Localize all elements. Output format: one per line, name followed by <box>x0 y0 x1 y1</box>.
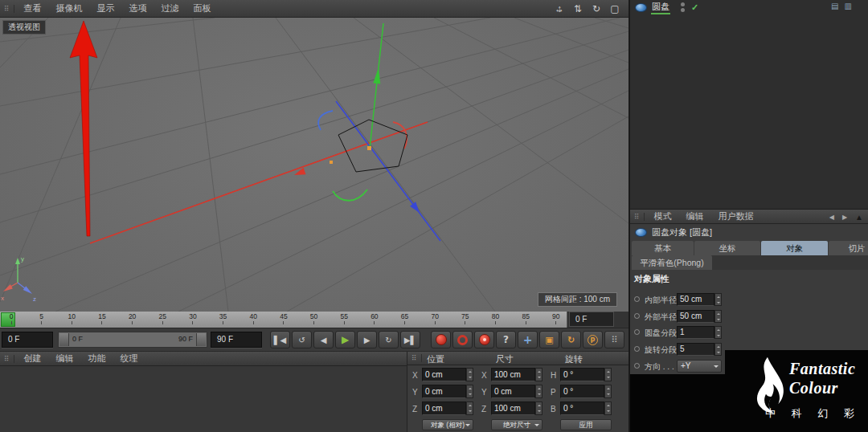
disc-segments-input[interactable]: 1 <box>677 326 722 339</box>
key-pla-toggle[interactable]: ⠿ <box>604 331 624 348</box>
timeline-ruler[interactable]: 0 5 10 15 20 25 30 35 40 45 50 55 60 65 … <box>0 312 567 328</box>
axis-center-handle[interactable] <box>367 146 371 150</box>
menu-filter[interactable]: 过滤 <box>154 2 186 14</box>
object-manager[interactable]: 圆盘 ✓ ▤ ▥ <box>630 0 868 210</box>
timeline-frame-field[interactable]: 0 F <box>569 312 614 327</box>
tab-coordinates[interactable]: 坐标 <box>694 241 760 255</box>
panel-grip-icon[interactable]: ⠿ <box>0 5 14 13</box>
go-to-end-button[interactable]: ▶▌ <box>400 331 420 348</box>
spinner[interactable] <box>604 368 612 381</box>
play-button[interactable]: ▶ <box>335 331 355 348</box>
rotation-p-input[interactable]: 0 ° <box>560 385 612 398</box>
size-mode-dropdown[interactable]: 绝对尺寸 <box>491 419 542 430</box>
tab-slice[interactable]: 切片 <box>829 241 868 255</box>
pan-icon[interactable]: ↔↕ <box>554 0 565 18</box>
film-icon[interactable]: ▥ <box>845 2 852 10</box>
previous-key-button[interactable]: ↺ <box>292 331 312 348</box>
next-key-button[interactable]: ↻ <box>379 331 399 348</box>
key-parameter-toggle[interactable]: P <box>583 331 603 348</box>
rotation-bands[interactable] <box>318 111 407 201</box>
go-to-start-button[interactable]: ▌◀ <box>270 331 290 348</box>
menu-create[interactable]: 创建 <box>17 353 49 365</box>
spinner[interactable] <box>714 310 722 323</box>
keyframe-circle-icon[interactable] <box>634 329 640 335</box>
disc-object-wireframe[interactable] <box>338 120 407 172</box>
viewport-3d[interactable]: y x z 透视视图 网格间距 : 100 cm <box>0 18 628 312</box>
keyframe-circle-icon[interactable] <box>634 313 640 319</box>
menu-edit-am[interactable]: 编辑 <box>679 210 711 222</box>
size-z-input[interactable]: 100 cm <box>491 401 542 415</box>
menu-panel[interactable]: 面板 <box>186 2 219 14</box>
visibility-dots[interactable] <box>681 2 685 12</box>
inner-radius-input[interactable]: 50 cm <box>677 293 722 306</box>
spinner[interactable] <box>466 385 473 398</box>
outer-radius-input[interactable]: 50 cm <box>677 310 722 323</box>
spinner[interactable] <box>466 401 473 415</box>
current-frame-input[interactable]: 0 F <box>2 332 53 348</box>
rotation-segments-input[interactable]: 5 <box>677 343 722 356</box>
keyframe-circle-icon[interactable] <box>634 296 640 302</box>
lock-icon[interactable]: ▲ <box>855 213 863 222</box>
tab-basic[interactable]: 基本 <box>632 241 694 255</box>
menu-edit[interactable]: 编辑 <box>49 353 81 365</box>
help-button[interactable]: ? <box>496 331 516 348</box>
key-scale-toggle[interactable]: ▣ <box>539 331 559 348</box>
size-y-input[interactable]: 0 cm <box>491 385 542 398</box>
position-z-input[interactable]: 0 cm <box>422 401 473 415</box>
panel-grip-icon[interactable]: ⠿ <box>407 354 422 362</box>
spinner[interactable] <box>535 401 542 415</box>
record-keyframe-button[interactable] <box>431 331 451 348</box>
record-settings-button[interactable] <box>474 331 494 348</box>
spinner[interactable] <box>466 368 473 381</box>
rotation-h-input[interactable]: 0 ° <box>560 368 612 381</box>
menu-user-data[interactable]: 用户数据 <box>711 210 761 222</box>
spinner[interactable] <box>714 326 722 339</box>
end-frame-input[interactable]: 90 F <box>211 332 262 348</box>
key-position-toggle[interactable]: + <box>518 331 538 348</box>
menu-mode[interactable]: 模式 <box>647 210 679 222</box>
panel-grip-icon[interactable]: ⠿ <box>0 355 14 363</box>
object-enabled-check[interactable]: ✓ <box>691 2 698 13</box>
menu-function[interactable]: 功能 <box>81 353 113 365</box>
axis-lines[interactable] <box>90 23 440 243</box>
history-forward-icon[interactable]: ▶ <box>842 214 847 221</box>
orientation-dropdown[interactable]: +Y <box>677 360 722 373</box>
key-rotation-toggle[interactable]: ↻ <box>561 331 581 348</box>
spinner[interactable] <box>604 385 612 398</box>
menu-cameras[interactable]: 摄像机 <box>49 2 90 14</box>
position-x-input[interactable]: 0 cm <box>422 368 473 381</box>
frame-range-slider[interactable]: 0 F 90 F <box>58 332 207 348</box>
maximize-icon[interactable]: ▢ <box>609 3 620 14</box>
size-x-input[interactable]: 100 cm <box>491 368 542 381</box>
range-start-handle[interactable] <box>59 333 69 346</box>
keyframe-circle-icon[interactable] <box>634 363 640 369</box>
menu-options[interactable]: 选项 <box>122 2 154 14</box>
layer-icon[interactable]: ▤ <box>831 2 838 10</box>
rotation-b-input[interactable]: 0 ° <box>560 401 612 415</box>
spinner[interactable] <box>604 401 612 415</box>
panel-grip-icon[interactable]: ⠿ <box>630 213 645 221</box>
zoom-icon[interactable]: ⇅ <box>572 3 583 14</box>
menu-texture[interactable]: 纹理 <box>113 353 145 365</box>
menu-view[interactable]: 查看 <box>17 2 49 14</box>
next-frame-button[interactable]: ▶ <box>357 331 377 348</box>
view-label[interactable]: 透视视图 <box>2 20 46 35</box>
spinner[interactable] <box>535 368 542 381</box>
object-row-disc[interactable]: 圆盘 ✓ <box>635 2 698 13</box>
history-back-icon[interactable]: ◀ <box>829 214 834 221</box>
menu-display[interactable]: 显示 <box>90 2 122 14</box>
position-y-input[interactable]: 0 cm <box>422 385 473 398</box>
keyframe-circle-icon[interactable] <box>634 346 640 352</box>
apply-button[interactable]: 应用 <box>560 419 612 430</box>
spinner[interactable] <box>535 385 542 398</box>
autokey-button[interactable] <box>452 331 473 348</box>
spinner[interactable] <box>714 343 722 356</box>
object-name[interactable]: 圆盘 <box>651 1 670 14</box>
spinner[interactable] <box>714 293 722 306</box>
range-end-handle[interactable] <box>196 333 206 346</box>
coordinate-mode-dropdown[interactable]: 对象 (相对) <box>422 419 473 430</box>
axis-plane-handle[interactable] <box>330 161 333 164</box>
tab-object[interactable]: 对象 <box>761 241 828 255</box>
previous-frame-button[interactable]: ◀ <box>313 331 334 348</box>
rotate-icon[interactable]: ↻ <box>591 3 602 14</box>
